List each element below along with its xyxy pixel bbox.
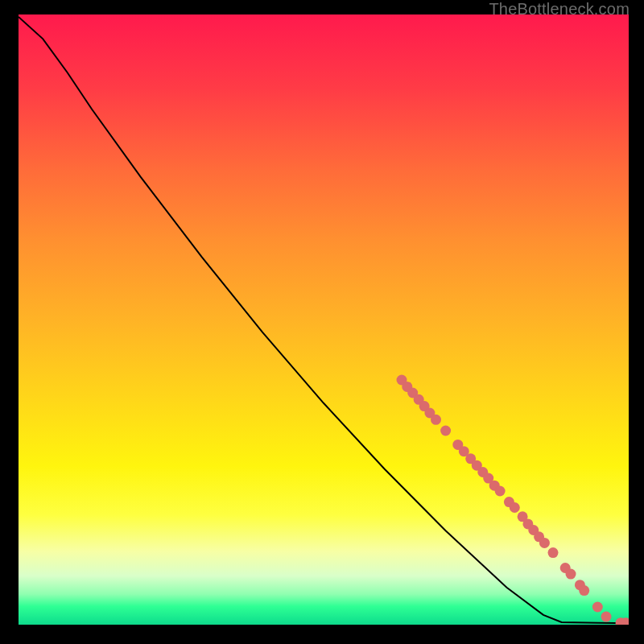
chart-marker (440, 426, 451, 436)
chart-svg-layer (19, 14, 629, 625)
chart-marker (495, 486, 506, 497)
chart-marker (601, 612, 612, 622)
watermark-text: TheBottleneck.com (489, 0, 630, 19)
chart-marker (548, 547, 559, 558)
chart-marker (431, 415, 441, 425)
chart-marker (510, 502, 520, 513)
chart-marker (566, 569, 576, 580)
chart-markers (397, 375, 630, 625)
chart-marker (592, 602, 603, 613)
chart-plot-area (19, 14, 629, 625)
chart-marker (579, 585, 589, 596)
chart-marker (539, 538, 550, 548)
